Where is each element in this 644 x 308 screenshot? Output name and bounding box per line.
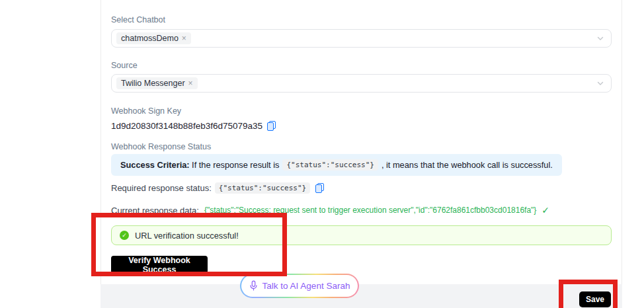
talk-to-agent-button[interactable]: Talk to AI Agent Sarah [240,274,359,298]
success-check-icon: ✓ [542,205,549,215]
current-response-value: {"status":"Success: request sent to trig… [204,206,536,215]
select-chatbot-label: Select Chatbot [111,15,165,24]
chatbot-tag-close-icon[interactable]: × [182,34,186,42]
source-tag: Twilio Messenger × [116,77,198,89]
required-response-row: Required response status: {"status":"suc… [111,182,324,194]
chatbot-tag: chatmossDemo × [116,32,191,44]
webhook-sign-key-value: 1d9d20830f3148b88feb3f6d75079a35 [111,121,262,131]
required-response-label: Required response status: [111,183,212,193]
source-input[interactable]: Twilio Messenger × [111,74,612,93]
success-criteria-text-after: , it means that the webhook call is succ… [382,160,553,170]
chevron-down-icon [596,79,604,87]
footer-bar [101,284,622,308]
webhook-sign-key-label: Webhook Sign Key [111,106,181,116]
source-tag-label: Twilio Messenger [121,79,185,88]
chevron-down-icon [596,34,604,42]
success-criteria-infobox: Success Criteria: If the response result… [111,154,562,176]
success-criteria-text-before: If the response result is [190,160,280,170]
copy-icon[interactable] [267,121,276,131]
microphone-icon [249,280,258,291]
chatbot-tag-label: chatmossDemo [121,34,179,43]
talk-to-agent-label: Talk to AI Agent Sarah [262,281,350,291]
source-label: Source [111,61,138,70]
select-chatbot-input[interactable]: chatmossDemo × [111,29,612,48]
webhook-sign-key-row: 1d9d20830f3148b88feb3f6d75079a35 [111,121,276,131]
current-response-label: Current response data: [111,206,199,215]
success-criteria-code: {"status":"success"} [282,159,378,171]
save-button[interactable]: Save [579,291,611,307]
talk-to-agent-inner: Talk to AI Agent Sarah [241,275,358,297]
current-response-row: Current response data: {"status":"Succes… [111,205,549,215]
success-criteria-bold: Success Criteria: [120,160,190,170]
url-verification-message: URL verification successful! [135,231,239,241]
verify-webhook-button[interactable]: Verify Webhook Success [111,256,208,274]
webhook-settings-screen: Select Chatbot chatmossDemo × Source Twi… [0,0,644,308]
source-tag-close-icon[interactable]: × [188,79,193,87]
check-circle-icon: ✓ [120,231,129,240]
copy-icon[interactable] [315,183,324,193]
webhook-response-status-label: Webhook Response Status [111,142,211,151]
required-response-code: {"status":"success"} [215,182,310,194]
url-verification-alert: ✓ URL verification successful! [111,225,612,245]
